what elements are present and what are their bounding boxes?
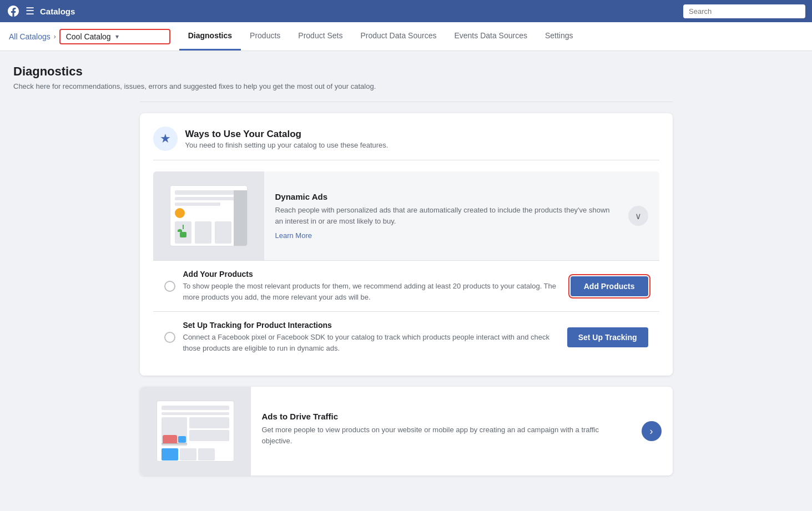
star-icon: ★	[153, 127, 178, 151]
header-divider	[140, 102, 673, 102]
add-products-title: Add Your Products	[183, 270, 563, 279]
dynamic-ads-collapse-button[interactable]: ∨	[628, 206, 648, 226]
tab-diagnostics[interactable]: Diagnostics	[179, 22, 241, 50]
tab-product-sets[interactable]: Product Sets	[289, 22, 351, 50]
page-subtitle: Check here for recommendations, issues, …	[13, 82, 799, 90]
dynamic-ads-learn-more-link[interactable]: Learn More	[275, 231, 312, 240]
add-products-task-row: Add Your Products To show people the mos…	[153, 261, 659, 312]
task-rows: Add Your Products To show people the mos…	[153, 261, 659, 362]
setup-tracking-button[interactable]: Set Up Tracking	[567, 327, 648, 347]
secondary-nav: All Catalogs › Cool Catalog ▾ Diagnostic…	[0, 22, 812, 51]
tab-settings[interactable]: Settings	[536, 22, 582, 50]
nav-tabs: Diagnostics Products Product Sets Produc…	[179, 22, 582, 50]
search-input[interactable]	[683, 4, 805, 18]
top-bar-left: ☰ Catalogs	[7, 4, 75, 18]
setup-tracking-radio[interactable]	[164, 332, 175, 343]
ads-traffic-title: Ads to Drive Traffic	[262, 412, 628, 421]
page-header: Diagnostics Check here for recommendatio…	[13, 64, 799, 90]
app-title: Catalogs	[40, 7, 75, 16]
all-catalogs-link[interactable]: All Catalogs	[9, 32, 51, 41]
setup-tracking-text: Set Up Tracking for Product Interactions…	[183, 321, 559, 353]
catalog-selector[interactable]: Cool Catalog ▾	[59, 29, 170, 44]
catalog-dropdown-arrow-icon: ▾	[115, 33, 119, 41]
dynamic-ads-row: Dynamic Ads Reach people with personaliz…	[153, 171, 659, 261]
dynamic-ads-description: Reach people with personalized ads that …	[275, 205, 615, 226]
breadcrumb-chevron-icon: ›	[54, 33, 56, 41]
ways-header: ★ Ways to Use Your Catalog You need to f…	[153, 127, 659, 160]
ways-to-use-section: ★ Ways to Use Your Catalog You need to f…	[140, 113, 673, 376]
main-content: Diagnostics Check here for recommendatio…	[0, 51, 812, 511]
dynamic-ads-action: ∨	[626, 206, 659, 226]
setup-tracking-task-row: Set Up Tracking for Product Interactions…	[153, 312, 659, 362]
add-products-radio[interactable]	[164, 281, 175, 292]
top-bar: ☰ Catalogs	[0, 0, 812, 22]
add-products-description: To show people the most relevant product…	[183, 281, 563, 302]
page-title: Diagnostics	[13, 64, 799, 79]
ads-traffic-action: ›	[639, 421, 673, 441]
dynamic-ads-illustration	[153, 171, 264, 260]
dynamic-ads-title: Dynamic Ads	[275, 192, 615, 201]
breadcrumb: All Catalogs › Cool Catalog ▾	[9, 29, 170, 44]
ways-subtitle: You need to finish setting up your catal…	[185, 141, 389, 149]
hamburger-icon[interactable]: ☰	[26, 5, 34, 17]
ways-title: Ways to Use Your Catalog	[185, 129, 389, 140]
tab-products[interactable]: Products	[241, 22, 289, 50]
dynamic-ads-card: Dynamic Ads Reach people with personaliz…	[153, 171, 659, 362]
ads-traffic-info: Ads to Drive Traffic Get more people to …	[251, 401, 639, 462]
catalog-name: Cool Catalog	[66, 32, 111, 41]
ads-traffic-expand-button[interactable]: ›	[642, 421, 662, 441]
facebook-logo-icon	[7, 4, 20, 18]
ads-traffic-description: Get more people to view products on your…	[262, 424, 628, 446]
add-products-button[interactable]: Add Products	[571, 276, 648, 296]
ads-traffic-illustration	[140, 387, 251, 475]
add-products-text: Add Your Products To show people the mos…	[183, 270, 563, 302]
tab-product-data-sources[interactable]: Product Data Sources	[351, 22, 445, 50]
ads-traffic-card: Ads to Drive Traffic Get more people to …	[140, 387, 673, 475]
setup-tracking-description: Connect a Facebook pixel or Facebook SDK…	[183, 332, 559, 353]
dynamic-ads-info: Dynamic Ads Reach people with personaliz…	[264, 181, 626, 251]
ways-header-text: Ways to Use Your Catalog You need to fin…	[185, 129, 389, 149]
setup-tracking-title: Set Up Tracking for Product Interactions	[183, 321, 559, 330]
tab-events-data-sources[interactable]: Events Data Sources	[445, 22, 536, 50]
